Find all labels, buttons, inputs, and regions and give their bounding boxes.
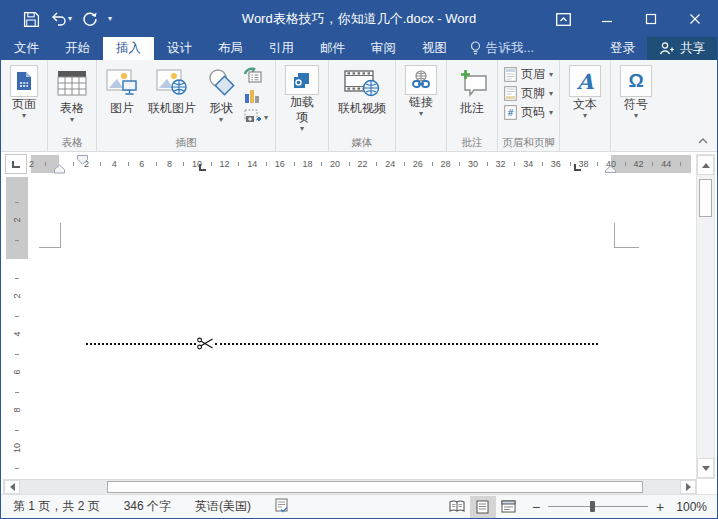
save-button[interactable]: [23, 11, 40, 28]
table-label: 表格: [60, 101, 84, 116]
scroll-right-button[interactable]: [680, 480, 696, 494]
symbol-button[interactable]: Ω 符号 ▾: [615, 64, 657, 120]
tab-view[interactable]: 视图: [409, 37, 460, 60]
share-button[interactable]: 共享: [647, 37, 717, 60]
scroll-down-button[interactable]: [697, 458, 714, 478]
table-dropdown-arrow: ▾: [70, 116, 74, 123]
ruler-mark: 2: [12, 285, 22, 307]
symbol-label: 符号: [624, 97, 648, 112]
minimize-button[interactable]: [585, 1, 629, 37]
pages-label: 页面: [12, 97, 36, 112]
ribbon-display-options-button[interactable]: [541, 1, 585, 37]
online-pictures-icon: [156, 65, 188, 101]
page-number-button[interactable]: # 页码 ▾: [504, 103, 553, 122]
tab-stop-selector[interactable]: [5, 154, 27, 174]
ribbon-tab-row: 文件 开始 插入 设计 布局 引用 邮件 审阅 视图 告诉我... 登录 共享: [1, 37, 717, 60]
links-icon: [405, 65, 437, 95]
vertical-ruler[interactable]: 2246810: [6, 177, 28, 479]
online-video-button[interactable]: 联机视频: [333, 64, 391, 117]
chart-button[interactable]: [244, 87, 268, 105]
screenshot-button[interactable]: ▾: [244, 108, 268, 126]
links-button[interactable]: 链接 ▾: [400, 64, 442, 118]
read-mode-button[interactable]: [444, 496, 470, 518]
collapse-ribbon-button[interactable]: [698, 133, 708, 147]
right-indent-marker[interactable]: [605, 165, 616, 173]
shapes-label: 形状: [209, 101, 233, 116]
web-layout-button[interactable]: [496, 496, 522, 518]
zoom-level[interactable]: 100%: [674, 500, 717, 514]
pages-icon: [10, 65, 38, 97]
tab-design[interactable]: 设计: [154, 37, 205, 60]
share-label: 共享: [680, 40, 705, 57]
lightbulb-icon: [470, 41, 481, 56]
header-label: 页眉: [521, 66, 545, 83]
zoom-slider[interactable]: [548, 506, 648, 507]
word-count-status[interactable]: 346 个字: [112, 498, 183, 515]
proofing-status-button[interactable]: [263, 498, 301, 516]
ruler-mark: 2: [29, 155, 34, 173]
header-button[interactable]: 页眉 ▾: [504, 65, 553, 84]
table-button[interactable]: 表格 ▾: [52, 64, 92, 124]
comment-icon: [456, 65, 488, 101]
text-button[interactable]: A 文本 ▾: [564, 64, 606, 120]
footer-button[interactable]: 页脚 ▾: [504, 84, 553, 103]
scroll-left-button[interactable]: [4, 480, 20, 494]
horizontal-scrollbar-thumb[interactable]: [107, 481, 643, 493]
tab-insert[interactable]: 插入: [103, 37, 154, 60]
tab-home[interactable]: 开始: [52, 37, 103, 60]
tab-review[interactable]: 审阅: [358, 37, 409, 60]
header-footer-group-label: 页眉和页脚: [498, 136, 559, 150]
tab-stop-marker[interactable]: [199, 164, 206, 171]
footer-label: 页脚: [521, 85, 545, 102]
ruler-mark: [211, 162, 212, 166]
online-pictures-button[interactable]: 联机图片: [143, 64, 201, 117]
ruler-mark: [15, 392, 19, 393]
zoom-in-button[interactable]: +: [656, 500, 664, 514]
add-ins-button[interactable]: 加载项 ▾: [280, 64, 324, 133]
zoom-out-button[interactable]: −: [532, 500, 540, 514]
vertical-scrollbar[interactable]: [696, 154, 715, 479]
document-page[interactable]: [29, 174, 698, 479]
shapes-button[interactable]: 形状 ▾: [201, 64, 241, 124]
vertical-scrollbar-thumb[interactable]: [699, 179, 712, 217]
horizontal-scrollbar[interactable]: [3, 479, 697, 495]
tell-me-box[interactable]: 告诉我...: [460, 37, 544, 60]
tab-mailings[interactable]: 邮件: [307, 37, 358, 60]
status-bar: 第 1 页，共 2 页 346 个字 英语(美国) − + 100%: [1, 494, 717, 518]
maximize-button[interactable]: [629, 1, 673, 37]
sign-in-button[interactable]: 登录: [598, 37, 647, 60]
save-icon: [23, 11, 40, 28]
undo-dropdown-arrow[interactable]: ▾: [68, 15, 72, 23]
close-button[interactable]: [673, 1, 717, 37]
horizontal-ruler[interactable]: 2246810121416182022242628303234363840424…: [31, 155, 691, 173]
first-line-indent-marker[interactable]: [77, 155, 88, 165]
language-status[interactable]: 英语(美国): [183, 498, 263, 515]
comment-button[interactable]: 批注: [451, 64, 493, 117]
minimize-icon: [601, 13, 613, 25]
customize-qat-button[interactable]: ▾: [108, 15, 112, 23]
print-layout-button[interactable]: [470, 496, 496, 518]
ruler-mark: [100, 162, 101, 166]
tab-stop-marker[interactable]: [574, 164, 581, 171]
tables-group-label: 表格: [48, 136, 96, 150]
zoom-controls: − +: [522, 500, 674, 514]
ruler-mark: 36: [551, 155, 561, 173]
smartart-button[interactable]: [244, 66, 268, 84]
undo-button[interactable]: ▾: [50, 12, 72, 26]
zoom-slider-thumb[interactable]: [590, 501, 595, 512]
scroll-up-button[interactable]: [697, 155, 714, 175]
ruler-mark: 34: [523, 155, 533, 173]
screenshot-dropdown-arrow: ▾: [264, 114, 268, 121]
pages-button[interactable]: 页面 ▾: [5, 64, 43, 120]
ruler-mark: [321, 162, 322, 166]
ribbon-group-symbols: Ω 符号 ▾: [611, 60, 661, 151]
ruler-mark: [73, 162, 74, 166]
tab-references[interactable]: 引用: [256, 37, 307, 60]
pictures-button[interactable]: 图片: [101, 64, 143, 117]
repeat-button[interactable]: [82, 11, 98, 27]
page-number-status[interactable]: 第 1 页，共 2 页: [1, 498, 112, 515]
web-layout-icon: [501, 500, 516, 513]
comment-label: 批注: [460, 101, 484, 116]
tab-file[interactable]: 文件: [1, 37, 52, 60]
tab-layout[interactable]: 布局: [205, 37, 256, 60]
